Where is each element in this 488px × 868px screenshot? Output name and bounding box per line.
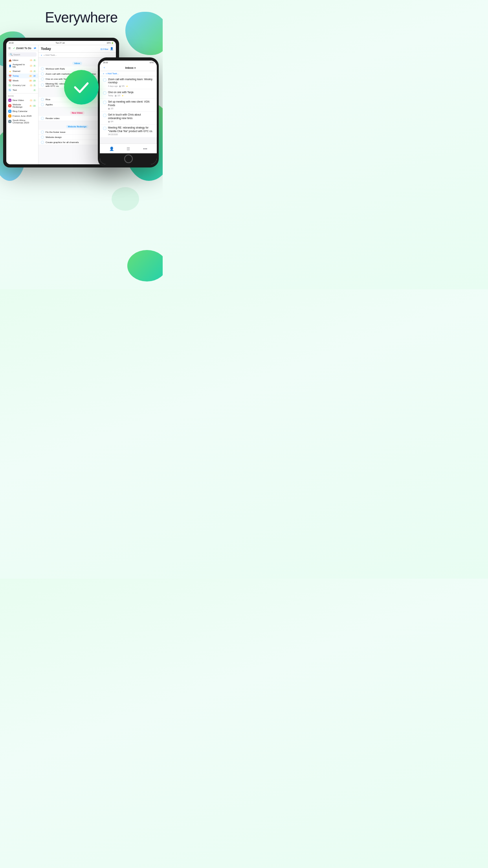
sidebar-item-new-video[interactable]: Nv New Video 1 1 bbox=[6, 98, 38, 103]
iphone-mockup: 18:00 67% ＜ Inbox ▾ + + Add Task... Zoom… bbox=[98, 57, 159, 167]
person-icon: 👤 bbox=[8, 64, 11, 67]
iphone-task-row-chris[interactable]: Get in touch with Chris about onboarding… bbox=[100, 112, 157, 125]
sidebar-item-week[interactable]: 📆 Week 18 18 bbox=[6, 78, 38, 83]
iphone-task-checkbox-zoom[interactable] bbox=[103, 78, 106, 82]
iphone-task-content-meeting-re: Meeting RE: rebranding strategy for "Van… bbox=[108, 126, 154, 136]
ipad-add-task[interactable]: + + Add Task... bbox=[39, 53, 116, 58]
sidebar-item-assigned[interactable]: 👤 Assigned to Me 2 6 bbox=[6, 63, 38, 69]
calendar-icon: 📅 bbox=[8, 74, 11, 77]
sidebar-label-today: Today bbox=[13, 75, 28, 77]
iphone-task-row-tanja[interactable]: One on one with Tanja Today ▦ 1/3 ★ bbox=[100, 89, 157, 99]
sidebar-item-south-africa[interactable]: SA South Africa Christmas 2020 bbox=[6, 118, 38, 125]
task-text-website: Website design bbox=[46, 136, 102, 138]
sidebar-label-website: Website Redesign bbox=[13, 103, 28, 108]
iphone-task-checkbox-tanja[interactable] bbox=[103, 91, 106, 95]
iphone-status-bar: 18:00 67% bbox=[100, 61, 157, 64]
iphone-task-row-zoom[interactable]: Zoom call with marketing team: Weekly ro… bbox=[100, 76, 157, 89]
task-text-footer: Fix the footer issue bbox=[46, 131, 102, 133]
iphone-task-text-meeting-re: Meeting RE: rebranding strategy for "Van… bbox=[108, 126, 154, 133]
iphone-add-task-label: + Add Task... bbox=[106, 72, 119, 75]
website-group-label: Website Redesign bbox=[66, 125, 88, 128]
starred-badge1: 4 bbox=[29, 70, 33, 72]
iphone-task-checkbox-meeting-re[interactable] bbox=[103, 127, 106, 130]
iphone-task-text-zoom: Zoom call with marketing team: Weekly ro… bbox=[108, 78, 154, 85]
iphone-task-checkbox-chris[interactable] bbox=[103, 114, 106, 117]
sidebar-label-france: France June 2020 bbox=[13, 115, 36, 117]
iphone-battery: 67% bbox=[150, 61, 154, 64]
sidebar-edit-icon[interactable]: ⇄ bbox=[34, 47, 36, 50]
ipad-search-bar[interactable]: 🔍 Search bbox=[8, 52, 37, 57]
add-icon: + bbox=[41, 54, 42, 56]
iphone-task-content-zoom: Zoom call with marketing team: Weekly ro… bbox=[108, 78, 154, 87]
ipad-status-bar: 10:16 Tue 27 Jul 16% 🔋 bbox=[6, 41, 116, 45]
iphone-nav-bar: ＜ Inbox ▾ bbox=[100, 64, 157, 71]
iphone-screen: 18:00 67% ＜ Inbox ▾ + + Add Task... Zoom… bbox=[100, 61, 157, 164]
sidebar-item-test[interactable]: Te Test 2 bbox=[6, 88, 38, 92]
sidebar-item-starred[interactable]: ★ Starred 4 4 bbox=[6, 69, 38, 74]
zoom-meta-time: 4 days ago bbox=[108, 85, 117, 87]
iphone-task-checkbox-vgn[interactable] bbox=[103, 101, 106, 104]
iphone-task-meta-tanja: Today ▦ 1/3 ★ bbox=[108, 94, 154, 97]
iphone-task-meta-vgn: ▦ 2/3 bbox=[108, 107, 154, 110]
sidebar-label-grocery: Grocery List bbox=[13, 84, 28, 86]
search-icon: 🔍 bbox=[10, 53, 13, 56]
sidebar-item-blog-calendar[interactable]: Bl Blog Calendar bbox=[6, 109, 38, 114]
task-text-render: Render video bbox=[46, 117, 102, 120]
iphone-add-icon: + bbox=[103, 72, 105, 75]
sidebar-item-inbox[interactable]: 📥 Inbox 4 9 bbox=[6, 58, 38, 63]
devices-container: 10:16 Tue 27 Jul 16% 🔋 ☰ ✓ Zenkit To Do … bbox=[0, 30, 163, 179]
task-checkbox-workout[interactable] bbox=[41, 67, 44, 70]
iphone-bottom-more-icon[interactable]: ••• bbox=[142, 145, 149, 152]
new-video-group-label: New Video bbox=[70, 111, 85, 114]
ipad-main-title: Today bbox=[41, 47, 51, 51]
sidebar-label-starred: Starred bbox=[13, 70, 28, 72]
star-icon: ★ bbox=[8, 70, 11, 73]
meeting-re-meta-time: 04/15/2020 bbox=[108, 133, 118, 136]
ipad-sidebar: ☰ ✓ Zenkit To Do ⇄ 🔍 Search 📥 bbox=[6, 45, 39, 164]
new-video-icon: Nv bbox=[8, 99, 11, 102]
add-task-label: + Add Task... bbox=[44, 54, 57, 56]
task-checkbox-render[interactable] bbox=[41, 117, 44, 120]
task-checkbox-footer[interactable] bbox=[41, 131, 44, 134]
iphone-add-task[interactable]: + + Add Task... bbox=[100, 71, 157, 76]
iphone-time: 18:00 bbox=[103, 61, 108, 64]
starred-badge2: 4 bbox=[33, 70, 36, 72]
iphone-task-content-chris: Get in touch with Chris about onboarding… bbox=[108, 113, 154, 123]
inbox-badge2: 9 bbox=[33, 59, 36, 61]
sidebar-item-france[interactable]: Fr France June 2020 bbox=[6, 114, 38, 118]
sidebar-label-south-africa: South Africa Christmas 2020 bbox=[13, 119, 36, 124]
chevron-down-icon: ▾ bbox=[134, 67, 136, 69]
iphone-bottom-person-icon[interactable]: 👤 bbox=[108, 145, 115, 152]
sidebar-base-label: BASE bbox=[6, 94, 38, 98]
iphone-tasks-area: Zoom call with marketing team: Weekly ro… bbox=[100, 76, 157, 143]
iphone-back-button[interactable]: ＜ bbox=[103, 66, 106, 70]
sidebar-item-today[interactable]: 📅 Today 18 18 bbox=[6, 74, 38, 78]
sidebar-item-website-redesign[interactable]: W Website Redesign 6 10 bbox=[6, 103, 38, 109]
ipad-time: 10:16 bbox=[9, 42, 14, 44]
filter-icon[interactable]: ⊟ Filter bbox=[101, 48, 108, 50]
assigned-badge2: 6 bbox=[33, 65, 36, 67]
sidebar-item-grocery[interactable]: Gr Grocery List 2 5 bbox=[6, 83, 38, 88]
inbox-badge1: 4 bbox=[29, 59, 33, 61]
task-checkbox-zoom[interactable] bbox=[41, 72, 44, 75]
user-icon[interactable]: 👤 bbox=[110, 47, 114, 50]
tanja-meta-time: Today bbox=[108, 94, 113, 97]
task-checkbox-apples[interactable] bbox=[41, 103, 44, 106]
sidebar-label-new-video: New Video bbox=[13, 99, 28, 101]
inbox-group-label: Inbox bbox=[72, 62, 82, 65]
task-checkbox-graphics[interactable] bbox=[41, 141, 44, 144]
task-checkbox-rice[interactable] bbox=[41, 98, 44, 101]
ipad-sidebar-header: ☰ ✓ Zenkit To Do ⇄ bbox=[6, 45, 38, 51]
task-checkbox-meeting[interactable] bbox=[41, 83, 44, 86]
iphone-task-content-tanja: One on one with Tanja Today ▦ 1/3 ★ bbox=[108, 91, 154, 97]
iphone-task-row-meeting-re[interactable]: Meeting RE: rebranding strategy for "Van… bbox=[100, 125, 157, 138]
iphone-home-button[interactable] bbox=[124, 154, 133, 163]
sidebar-menu-icon[interactable]: ☰ bbox=[8, 47, 11, 50]
iphone-task-row-vgn[interactable]: Set up meeting with new client: VGN Food… bbox=[100, 99, 157, 112]
week-icon: 📆 bbox=[8, 79, 11, 82]
task-checkbox-tanja[interactable] bbox=[41, 77, 44, 81]
iphone-bottom-list-icon[interactable]: ☰ bbox=[125, 145, 132, 152]
iphone-task-meta-meeting-re: 04/15/2020 bbox=[108, 133, 154, 136]
grocery-badge1: 2 bbox=[29, 85, 33, 86]
task-checkbox-website[interactable] bbox=[41, 136, 44, 139]
